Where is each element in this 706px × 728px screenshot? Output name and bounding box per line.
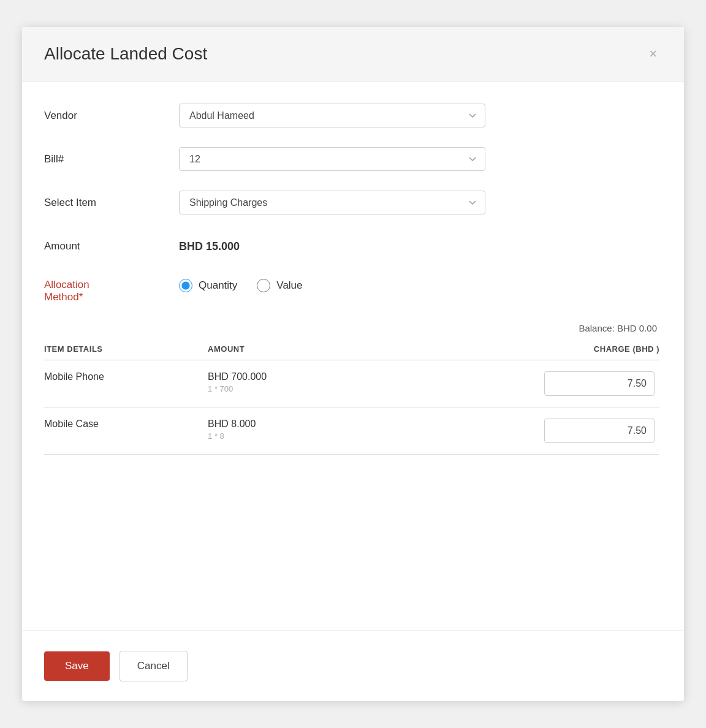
items-table: ITEM DETAILS AMOUNT CHARGE (BHD ) Mobile… xyxy=(44,338,659,455)
quantity-option[interactable]: Quantity xyxy=(179,279,237,292)
amount-label: Amount xyxy=(44,234,179,252)
modal-header: Allocate Landed Cost × xyxy=(22,27,684,82)
select-item-label: Select Item xyxy=(44,191,179,209)
vendor-control: Abdul Hameed xyxy=(179,104,485,127)
bill-row: Bill# 12 xyxy=(44,147,659,171)
charge-cell xyxy=(369,408,659,455)
close-button[interactable]: × xyxy=(647,45,659,63)
col-charge: CHARGE (BHD ) xyxy=(369,338,659,360)
modal-footer: Save Cancel xyxy=(22,631,684,701)
quantity-radio-label: Quantity xyxy=(199,279,237,292)
quantity-radio[interactable] xyxy=(179,279,192,292)
value-radio-label: Value xyxy=(276,279,302,292)
save-button[interactable]: Save xyxy=(44,651,110,681)
allocate-landed-cost-modal: Allocate Landed Cost × Vendor Abdul Hame… xyxy=(22,27,684,701)
modal-title: Allocate Landed Cost xyxy=(44,44,207,64)
bill-select[interactable]: 12 xyxy=(179,147,485,171)
table-row: Mobile Case BHD 8.000 1 * 8 xyxy=(44,408,659,455)
amount-row: Amount BHD 15.000 xyxy=(44,234,659,253)
charge-input-0[interactable] xyxy=(544,371,655,396)
allocation-method-options: Quantity Value xyxy=(179,273,303,292)
value-option[interactable]: Value xyxy=(257,279,302,292)
table-row: Mobile Phone BHD 700.000 1 * 700 xyxy=(44,360,659,408)
charge-cell xyxy=(369,360,659,408)
bill-control: 12 xyxy=(179,147,485,171)
item-name-cell: Mobile Phone xyxy=(44,360,208,408)
item-select[interactable]: Shipping Charges xyxy=(179,191,485,214)
table-header-row: ITEM DETAILS AMOUNT CHARGE (BHD ) xyxy=(44,338,659,360)
charge-input-1[interactable] xyxy=(544,419,655,443)
amount-cell: BHD 8.000 1 * 8 xyxy=(208,408,369,455)
value-radio[interactable] xyxy=(257,279,270,292)
select-item-control: Shipping Charges xyxy=(179,191,485,214)
vendor-row: Vendor Abdul Hameed xyxy=(44,104,659,127)
allocation-method-label: AllocationMethod* xyxy=(44,273,179,303)
amount-value: BHD 15.000 xyxy=(179,234,240,253)
vendor-label: Vendor xyxy=(44,104,179,122)
col-amount: AMOUNT xyxy=(208,338,369,360)
col-item-details: ITEM DETAILS xyxy=(44,338,208,360)
item-name-cell: Mobile Case xyxy=(44,408,208,455)
vendor-select[interactable]: Abdul Hameed xyxy=(179,104,485,127)
balance-row: Balance: BHD 0.00 xyxy=(44,323,659,333)
amount-cell: BHD 700.000 1 * 700 xyxy=(208,360,369,408)
modal-body: Vendor Abdul Hameed Bill# 12 Select Item… xyxy=(22,82,684,631)
select-item-row: Select Item Shipping Charges xyxy=(44,191,659,214)
bill-label: Bill# xyxy=(44,147,179,165)
allocation-method-row: AllocationMethod* Quantity Value xyxy=(44,273,659,303)
cancel-button[interactable]: Cancel xyxy=(120,651,188,681)
